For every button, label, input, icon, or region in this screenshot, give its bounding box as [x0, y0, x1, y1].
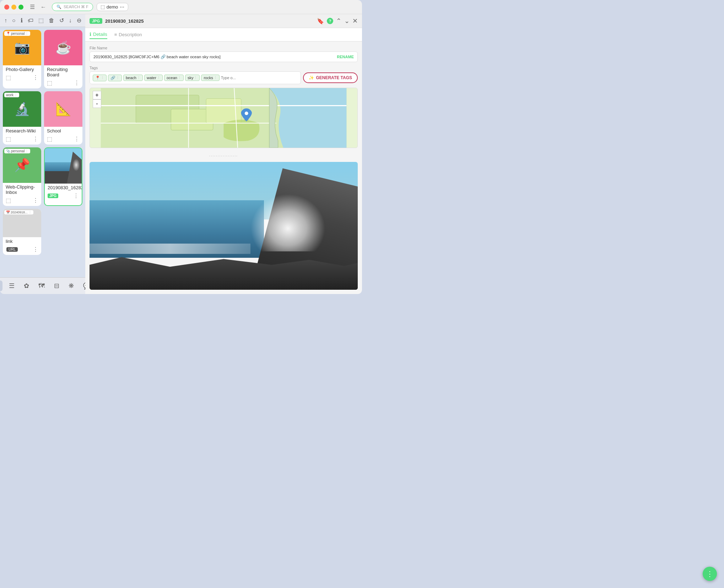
demo-badge[interactable]: ⬚ demo ⋯ — [97, 3, 129, 11]
chevron-up-button[interactable]: ⌃ — [336, 17, 341, 25]
date-badge: 📅20240918...⋮ — [4, 210, 33, 214]
demo-dots-icon: ⋯ — [120, 4, 124, 10]
map-zoom-controls: + - — [93, 91, 101, 108]
circle-icon[interactable]: ○ — [12, 17, 16, 24]
tags-input[interactable] — [221, 76, 270, 80]
map-zoom-out[interactable]: - — [93, 99, 101, 108]
tab-description[interactable]: ≡ Description — [114, 31, 142, 39]
minus-icon[interactable]: ⊖ — [77, 17, 81, 24]
map-svg — [90, 88, 357, 148]
close-panel-button[interactable]: ✕ — [352, 17, 358, 25]
filename-field[interactable]: 20190830_162825 [8GMC9FJC+M6 🔗 beach wat… — [90, 51, 358, 62]
demo-label: demo — [107, 4, 118, 10]
help-badge: ? — [327, 18, 333, 24]
right-panel: JPG 20190830_162825 🔖 ? ⌃ ⌄ ✕ ℹ Details … — [85, 14, 362, 294]
card-title-beach: 20190830_162825 — [48, 185, 82, 190]
card-menu-photo-gallery[interactable]: ⋮ — [33, 74, 38, 81]
card-menu-link[interactable]: ⋮ — [33, 246, 38, 253]
folder-icon: ⬚ — [6, 74, 11, 81]
chevron-down-button[interactable]: ⌄ — [344, 17, 350, 25]
details-tab-label: Details — [93, 32, 107, 37]
card-thumb-recruiting-board: ☕ — [44, 30, 82, 65]
list-view-button[interactable]: ☰ — [6, 281, 17, 291]
nav-back-button[interactable]: ← — [38, 3, 48, 11]
tag-water-detail[interactable]: water ⋮ — [144, 75, 163, 81]
tag-link-detail[interactable]: 🔗 ⋮ — [108, 75, 122, 81]
refresh-icon[interactable]: ↺ — [59, 17, 64, 24]
folder-icon-3: ⬚ — [6, 136, 11, 142]
network-view-button[interactable]: ❋ — [66, 281, 77, 291]
info-icon[interactable]: ℹ — [21, 17, 23, 24]
tag-pin-detail[interactable]: 📍 ⋮ — [93, 75, 107, 81]
copy-icon[interactable]: ⬚ — [38, 17, 44, 24]
card-school[interactable]: 📐 School ⬚ ⋮ — [44, 91, 82, 145]
tag-beach-detail[interactable]: beach ⋮ — [123, 75, 143, 81]
tag-icon[interactable]: 🏷 — [28, 17, 33, 24]
card-thumb-link: 📅20240918...⋮ — [3, 209, 41, 237]
description-tab-icon: ≡ — [114, 32, 117, 37]
demo-icon: ⬚ — [101, 4, 105, 10]
card-photo-gallery[interactable]: 📍personal⋮ 📷 Photo-Gallery ⬚ ⋮ — [3, 30, 41, 88]
card-menu-webclip[interactable]: ⋮ — [33, 197, 38, 204]
filename-value: 20190830_162825 [8GMC9FJC+M6 🔗 beach wat… — [93, 54, 337, 59]
titlebar: ☰ ← 🔍 SEARCH ⌘ F ⬚ demo ⋯ — [0, 0, 362, 14]
tag-ocean-detail[interactable]: ocean ⋮ — [164, 75, 184, 81]
flower-view-button[interactable]: ✿ — [21, 281, 32, 291]
search-bar[interactable]: 🔍 SEARCH ⌘ F — [52, 3, 93, 11]
svg-point-10 — [245, 111, 248, 115]
bookmark-icon[interactable]: 🔖 — [317, 18, 324, 24]
card-research-wiki[interactable]: work⋮ 🔬 Research-Wiki ⬚ ⋮ — [3, 91, 41, 145]
table-view-button[interactable]: ⊟ — [51, 281, 62, 291]
card-menu-research[interactable]: ⋮ — [33, 136, 38, 142]
file-name-label: File Name — [90, 46, 358, 50]
tab-details[interactable]: ℹ Details — [90, 30, 107, 39]
delete-icon[interactable]: 🗑 — [49, 17, 54, 24]
tags-label: Tags — [90, 66, 358, 70]
card-thumb-research: work⋮ 🔬 — [3, 91, 41, 127]
map-zoom-in[interactable]: + — [93, 91, 101, 99]
generate-tags-button[interactable]: ✨ GENERATE TAGS — [303, 72, 358, 83]
card-thumb-school: 📐 — [44, 91, 82, 127]
description-tab-label: Description — [119, 32, 142, 37]
format-badge: JPG — [90, 18, 102, 24]
card-web-clipping[interactable]: 📎personal⋮ 📌 Web-Clipping-Inbox ⬚ ⋮ — [3, 147, 41, 206]
generate-tags-label: GENERATE TAGS — [316, 75, 352, 80]
tag-sky-detail[interactable]: sky ⋮ — [185, 75, 200, 81]
menu-icon[interactable]: ☰ — [30, 4, 35, 10]
card-link[interactable]: 📅20240918...⋮ link URL ⋮ — [3, 209, 41, 255]
search-label: SEARCH ⌘ F — [64, 5, 88, 9]
jpg-badge-card: JPG — [48, 194, 58, 198]
map-container[interactable]: + - — [90, 88, 358, 148]
card-recruiting-board[interactable]: ☕ Recruiting Board ⬚ ⋮ — [44, 30, 82, 88]
maximize-traffic-light[interactable] — [18, 5, 23, 10]
traffic-lights — [4, 5, 23, 10]
folder-icon-4: ⬚ — [47, 136, 52, 142]
card-menu-school[interactable]: ⋮ — [74, 136, 80, 142]
bottom-toolbar: ⊞ ☰ ✿ 🗺 ⊟ ❋ 💬 — [0, 277, 85, 294]
grid-view-button[interactable]: ⊞ — [0, 281, 2, 291]
card-menu-beach[interactable]: ⋮ — [73, 192, 79, 199]
tags-section: Tags 📍 ⋮ 🔗 ⋮ beach ⋮ water ⋮ ocean ⋮ sky… — [90, 66, 358, 84]
upload-icon[interactable]: ↑ — [4, 17, 7, 24]
rename-button[interactable]: RENAME — [337, 55, 354, 59]
card-beach-photo[interactable]: 📍 ⋮ 🔗 ⋮ beach ⋮ water ⋮ ocean ⋮ sky ⋮ ro… — [44, 147, 82, 206]
close-traffic-light[interactable] — [4, 5, 9, 10]
tabs-row: ℹ Details ≡ Description — [85, 28, 362, 42]
grid-area: 📍personal⋮ 📷 Photo-Gallery ⬚ ⋮ ☕ — [0, 27, 85, 277]
file-name-section: File Name 20190830_162825 [8GMC9FJC+M6 🔗… — [90, 46, 358, 62]
card-menu-recruiting[interactable]: ⋮ — [74, 80, 80, 86]
card-title-photo-gallery: Photo-Gallery — [6, 67, 34, 72]
left-toolbar: ↑ ○ ℹ 🏷 ⬚ 🗑 ↺ ↓ ⊖ — [0, 14, 85, 27]
tag-rocks-detail[interactable]: rocks ⋮ — [201, 75, 219, 81]
personal-badge: 📍personal⋮ — [4, 31, 30, 36]
card-title-research: Research-Wiki — [6, 128, 36, 134]
map-view-button[interactable]: 🗺 — [36, 281, 48, 291]
url-badge: URL — [6, 247, 18, 252]
minimize-traffic-light[interactable] — [11, 5, 16, 10]
details-tab-icon: ℹ — [90, 32, 91, 37]
folder-icon-2: ⬚ — [47, 80, 52, 86]
card-thumb-photo-gallery: 📍personal⋮ 📷 — [3, 30, 41, 65]
download-icon[interactable]: ↓ — [69, 17, 72, 24]
work-badge: work⋮ — [4, 93, 19, 97]
filename-header: 20190830_162825 — [105, 18, 314, 24]
